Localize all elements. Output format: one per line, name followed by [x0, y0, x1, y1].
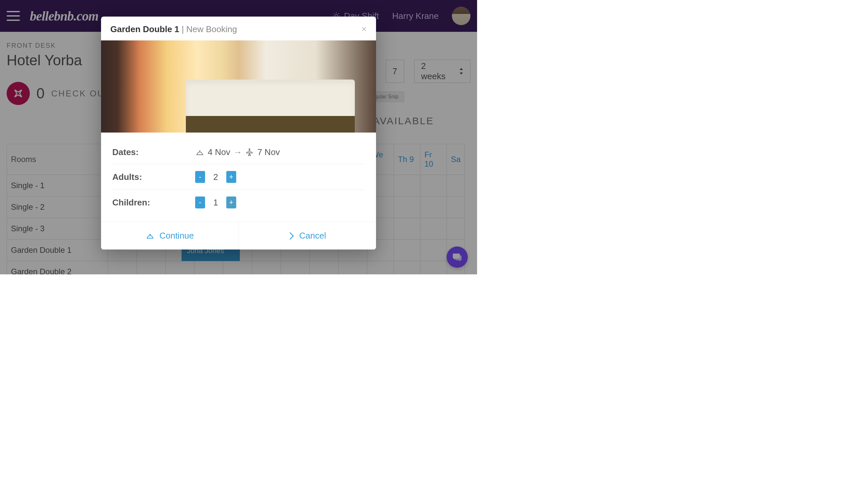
adults-value: 2 — [212, 172, 219, 182]
children-increment[interactable]: + — [226, 196, 236, 208]
adults-decrement[interactable]: - — [195, 171, 205, 183]
children-label: Children: — [112, 197, 195, 208]
adults-increment[interactable]: + — [226, 171, 236, 183]
room-image — [101, 40, 376, 133]
plane-icon — [245, 148, 254, 157]
children-value: 1 — [212, 197, 219, 208]
bell-icon — [145, 232, 155, 240]
dates-label: Dates: — [112, 147, 195, 157]
bell-icon — [195, 149, 205, 156]
modal-title: Garden Double 1 | New Booking — [110, 24, 237, 35]
dates-value: 4 Nov → 7 Nov — [195, 147, 280, 157]
chevron-right-icon — [289, 232, 294, 240]
adults-label: Adults: — [112, 172, 195, 182]
continue-button[interactable]: Continue — [101, 222, 239, 250]
close-button[interactable]: × — [362, 24, 367, 35]
children-stepper: - 1 + — [195, 196, 236, 208]
children-decrement[interactable]: - — [195, 196, 205, 208]
adults-stepper: - 2 + — [195, 171, 236, 183]
arrow-icon: → — [234, 147, 242, 157]
new-booking-modal: Garden Double 1 | New Booking × Dates: 4… — [101, 16, 376, 250]
cancel-button[interactable]: Cancel — [239, 222, 376, 250]
